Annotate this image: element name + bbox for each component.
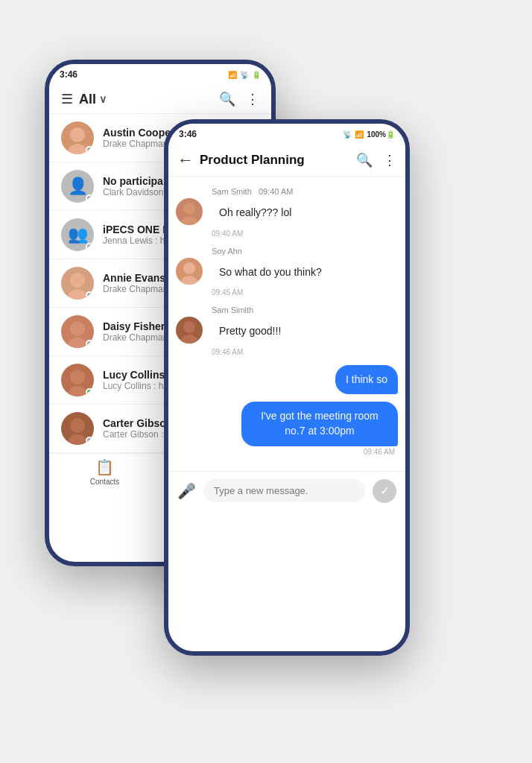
status-icons-back: 📶 📡 🔋 bbox=[228, 71, 261, 79]
msg-avatar-sam bbox=[176, 198, 203, 225]
avatar-austin bbox=[61, 121, 94, 154]
msg-sender-sam: Sam Smith 09:40 AM bbox=[176, 187, 398, 196]
msg-content-soy: So what do you think? bbox=[209, 258, 332, 288]
search-icon[interactable]: 🔍 bbox=[219, 91, 235, 107]
chat-messages: Sam Smith 09:40 AM Oh really??? lol 09:4… bbox=[168, 177, 405, 471]
msg-content-simith: Pretty good!!! bbox=[209, 317, 291, 346]
msg-time-soy: 09:45 AM bbox=[176, 287, 398, 298]
svg-point-13 bbox=[180, 276, 198, 285]
contacts-header: ☰ All ∨ 🔍 ⋮ bbox=[49, 85, 271, 114]
bubble-out2: I've got the meeting room no.7 at 3:00pm bbox=[241, 402, 398, 446]
svg-point-6 bbox=[70, 370, 85, 384]
nav-contacts[interactable]: 📋 Contacts bbox=[49, 458, 160, 486]
chat-title: Product Planning bbox=[200, 153, 350, 168]
wifi-icon: 📡 bbox=[240, 71, 249, 79]
msg-time-sam: 09:40 AM bbox=[176, 228, 398, 239]
svg-point-15 bbox=[180, 335, 198, 343]
status-bar-front: 3:46 📡 📶 100%🔋 bbox=[168, 124, 405, 145]
msg-row-sam: Oh really??? lol bbox=[176, 198, 398, 228]
bubble-soy: So what do you think? bbox=[209, 258, 332, 288]
wifi-front-icon: 📡 bbox=[343, 130, 352, 139]
bubble-out1: I think so bbox=[335, 365, 398, 395]
msg-avatar-soy bbox=[176, 258, 203, 285]
menu-icon[interactable]: ☰ bbox=[61, 91, 73, 107]
bubble-sam: Oh really??? lol bbox=[209, 198, 302, 228]
avatar-lucy bbox=[61, 364, 94, 396]
msg-sender-simith: Sam Simith bbox=[176, 305, 398, 314]
svg-point-10 bbox=[183, 203, 195, 215]
chat-search-icon[interactable]: 🔍 bbox=[356, 152, 373, 168]
msg-group-out2: I've got the meeting room no.7 at 3:00pm… bbox=[176, 402, 398, 457]
svg-point-9 bbox=[67, 434, 88, 445]
send-icon: ✓ bbox=[380, 484, 390, 498]
signal-front-icon: 📶 bbox=[355, 130, 364, 139]
mic-icon[interactable]: 🎤 bbox=[177, 482, 196, 500]
chat-phone: 3:46 📡 📶 100%🔋 ← Product Planning 🔍 ⋮ Sa… bbox=[164, 119, 410, 656]
message-input[interactable] bbox=[203, 479, 365, 502]
svg-point-11 bbox=[180, 216, 198, 225]
msg-group-simith: Sam Simith Pretty good!!! 09:46 AM bbox=[176, 305, 398, 358]
status-icons-front: 📡 📶 100%🔋 bbox=[343, 130, 395, 139]
svg-point-2 bbox=[70, 273, 85, 288]
avatar-daisy bbox=[61, 315, 94, 348]
chat-input-bar: 🎤 ✓ bbox=[168, 471, 405, 510]
msg-time-out2: 09:46 AM bbox=[361, 446, 398, 458]
battery-icon: 🔋 bbox=[252, 71, 261, 79]
msg-group-out1: I think so bbox=[176, 365, 398, 395]
avatar-annie bbox=[61, 267, 94, 300]
svg-point-12 bbox=[183, 262, 195, 274]
svg-point-14 bbox=[183, 321, 195, 333]
avatar-nopart: 👤 bbox=[61, 170, 94, 203]
more-icon[interactable]: ⋮ bbox=[246, 91, 259, 107]
svg-point-5 bbox=[67, 338, 88, 348]
status-bar-back: 3:46 📶 📡 🔋 bbox=[49, 64, 271, 85]
svg-point-3 bbox=[67, 289, 88, 300]
chat-header: ← Product Planning 🔍 ⋮ bbox=[168, 145, 405, 177]
chat-more-icon[interactable]: ⋮ bbox=[383, 152, 396, 168]
time-back: 3:46 bbox=[60, 69, 77, 80]
contacts-nav-label: Contacts bbox=[90, 478, 119, 486]
contacts-title: All bbox=[79, 92, 96, 107]
back-button[interactable]: ← bbox=[177, 151, 194, 170]
msg-content-sam: Oh really??? lol bbox=[209, 198, 302, 228]
bubble-simith: Pretty good!!! bbox=[209, 317, 291, 346]
msg-row-simith: Pretty good!!! bbox=[176, 317, 398, 346]
send-button[interactable]: ✓ bbox=[373, 479, 396, 503]
svg-point-1 bbox=[67, 144, 88, 154]
avatar-ipecs: 👥 bbox=[61, 218, 94, 251]
svg-point-8 bbox=[70, 418, 85, 433]
svg-point-4 bbox=[70, 321, 85, 336]
msg-group-sam: Sam Smith 09:40 AM Oh really??? lol 09:4… bbox=[176, 187, 398, 239]
msg-group-soy: Soy Ahn So what do you think? 09:45 AM bbox=[176, 247, 398, 299]
svg-point-7 bbox=[67, 386, 88, 396]
contacts-nav-icon: 📋 bbox=[95, 458, 114, 476]
msg-avatar-simith bbox=[176, 317, 203, 343]
msg-sender-soy: Soy Ahn bbox=[176, 247, 398, 256]
svg-point-0 bbox=[70, 127, 85, 142]
battery-front: 100%🔋 bbox=[367, 130, 395, 139]
chevron-icon[interactable]: ∨ bbox=[99, 93, 107, 105]
time-front: 3:46 bbox=[179, 129, 197, 139]
avatar-carter bbox=[61, 412, 94, 445]
msg-time-simith: 09:46 AM bbox=[176, 346, 398, 358]
signal-icon: 📶 bbox=[228, 71, 237, 79]
msg-row-soy: So what do you think? bbox=[176, 258, 398, 288]
